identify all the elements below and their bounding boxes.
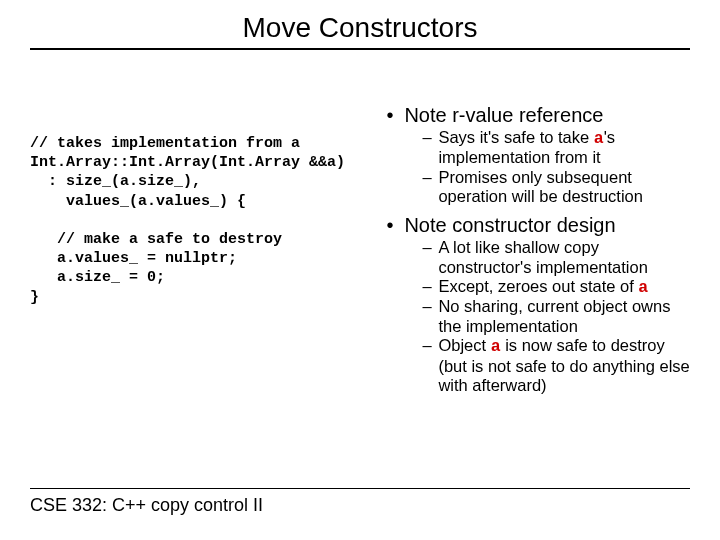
bullet-lvl2: Except, zeroes out state of a xyxy=(404,277,690,297)
bullet-lvl2: Promises only subsequent operation will … xyxy=(404,168,690,207)
bullet-text: A lot like shallow copy constructor's im… xyxy=(438,238,648,275)
code-line: } xyxy=(30,289,39,306)
bullet-lvl2: Object a is now safe to destroy (but is … xyxy=(404,336,690,395)
keyword-a: a xyxy=(638,278,648,297)
slide: Move Constructors // takes implementatio… xyxy=(0,0,720,540)
bullet-text: Note constructor design xyxy=(404,214,615,236)
code-line: values_(a.values_) { xyxy=(30,193,246,210)
code-line: // make a safe to destroy xyxy=(30,231,282,248)
title-rule xyxy=(30,48,690,50)
footer-rule xyxy=(30,488,690,489)
bullet-text: Note r-value reference xyxy=(404,104,603,126)
code-line: // takes implementation from a xyxy=(30,135,300,152)
code-line: a.values_ = nullptr; xyxy=(30,250,237,267)
footer: CSE 332: C++ copy control II xyxy=(30,488,690,516)
bullet-lvl1: Note constructor design A lot like shall… xyxy=(386,214,690,395)
bullet-text: Except, zeroes out state of xyxy=(438,277,638,295)
code-line: Int.Array::Int.Array(Int.Array &&a) xyxy=(30,154,345,171)
bullet-text: Says it's safe to take xyxy=(438,128,593,146)
bullet-lvl2: A lot like shallow copy constructor's im… xyxy=(404,238,690,277)
bullet-text: No sharing, current object owns the impl… xyxy=(438,297,670,334)
footer-text: CSE 332: C++ copy control II xyxy=(30,495,690,516)
bullet-text: Promises only subsequent operation will … xyxy=(438,168,643,205)
bullet-text: Object xyxy=(438,336,490,354)
keyword-a: a xyxy=(491,337,501,356)
slide-body: // takes implementation from a Int.Array… xyxy=(30,104,690,404)
slide-title: Move Constructors xyxy=(30,12,690,44)
code-line: a.size_ = 0; xyxy=(30,269,165,286)
bullet-lvl2: Says it's safe to take a's implementatio… xyxy=(404,128,690,168)
code-line: : size_(a.size_), xyxy=(30,173,201,190)
code-block: // takes implementation from a Int.Array… xyxy=(30,104,386,404)
keyword-a: a xyxy=(594,129,604,148)
bullet-lvl2: No sharing, current object owns the impl… xyxy=(404,297,690,336)
bullet-column: Note r-value reference Says it's safe to… xyxy=(386,104,690,404)
bullet-lvl1: Note r-value reference Says it's safe to… xyxy=(386,104,690,206)
